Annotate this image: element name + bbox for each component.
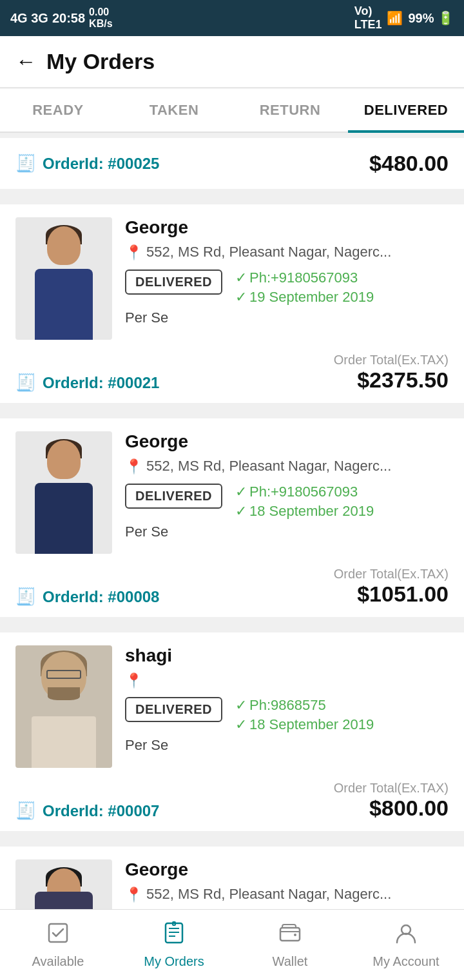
address-row-1: 📍 552, MS Rd, Pleasant Nagar, Nagerc... [125,243,449,262]
order-id-2: OrderId: #00008 [43,588,159,606]
face-beard-3 [48,687,80,700]
wallet-icon [278,921,302,950]
order-total-amount-1: $2375.50 [334,368,449,393]
order-card-2: George 📍 552, MS Rd, Pleasant Nagar, Nag… [0,418,464,617]
summary-order-id: OrderId: #00025 [43,155,159,173]
tab-ready[interactable]: READY [0,89,116,132]
order-summary-card: 🧾 OrderId: #00025 $480.00 [0,138,464,189]
data-speed: 0.00KB/s [89,6,112,30]
check-date-icon-3: ✓ [235,716,247,733]
order-id-1: OrderId: #00021 [43,374,159,392]
phone-value-3: Ph:9868575 [249,697,326,714]
order-image-2 [15,431,112,554]
phone-date-col-3: ✓ Ph:9868575 ✓ 18 September 2019 [235,697,374,733]
date-value-3: 18 September 2019 [249,716,374,733]
check-icon-1: ✓ [235,270,247,286]
order-total-label-1: Order Total(Ex.TAX) [334,353,449,368]
person-shirt-1 [35,269,93,340]
nav-my-account[interactable]: My Account [348,910,464,980]
phone-text-2: ✓ Ph:+9180567093 [235,484,374,500]
my-orders-icon [162,921,186,950]
svg-point-7 [294,934,296,936]
phone-text-1: ✓ Ph:+9180567093 [235,270,374,286]
svg-rect-0 [49,924,67,942]
address-row-2: 📍 552, MS Rd, Pleasant Nagar, Nagerc... [125,457,449,476]
check-icon-3: ✓ [235,697,247,714]
battery-info: 99% 🔋 [408,10,454,26]
nav-my-orders-label: My Orders [144,954,204,969]
back-button[interactable]: ← [15,50,36,74]
person-figure-3 [15,645,112,768]
nav-my-orders[interactable]: My Orders [116,910,232,980]
nav-wallet-label: Wallet [273,954,308,969]
date-text-2: ✓ 18 September 2019 [235,503,374,520]
nav-available[interactable]: Available [0,910,116,980]
phone-value-2: Ph:+9180567093 [249,484,358,500]
volte-icon: Vo)LTE1 [354,5,382,32]
nav-wallet[interactable]: Wallet [232,910,348,980]
order-id-row-1: 🧾 OrderId: #00021 [15,373,159,393]
order-icon: 🧾 [15,153,36,173]
status-phone-row-1: DELIVERED ✓ Ph:+9180567093 ✓ 19 Septembe… [125,270,449,306]
per-se-1: Per Se [125,309,449,326]
order-total-amount-3: $800.00 [334,796,449,821]
order-card-3: shagi 📍 DELIVERED ✓ Ph:9868575 ✓ 18 [0,632,464,831]
address-row-4: 📍 552, MS Rd, Pleasant Nagar, Nagerc... [125,885,449,904]
pin-icon-2: 📍 [125,458,142,475]
order-total-amount-2: $1051.00 [334,582,449,607]
order-total-col-1: Order Total(Ex.TAX) $2375.50 [334,353,449,393]
order-info-2: George 📍 552, MS Rd, Pleasant Nagar, Nag… [125,431,449,554]
address-text-1: 552, MS Rd, Pleasant Nagar, Nagerc... [146,243,391,262]
person-head-1 [47,226,81,265]
check-icon-2: ✓ [235,484,247,500]
order-card-top-2: George 📍 552, MS Rd, Pleasant Nagar, Nag… [15,431,449,554]
person-shirt-2 [35,483,93,554]
customer-name-3: shagi [125,645,449,666]
phone-text-3: ✓ Ph:9868575 [235,697,374,714]
order-total-col-3: Order Total(Ex.TAX) $800.00 [334,781,449,821]
order-id-row-3: 🧾 OrderId: #00007 [15,801,159,821]
order-bill-icon-3: 🧾 [15,801,36,821]
page-title: My Orders [46,49,155,74]
order-card-bottom-3: 🧾 OrderId: #00007 Order Total(Ex.TAX) $8… [15,776,449,821]
order-total-label-3: Order Total(Ex.TAX) [334,781,449,796]
address-text-2: 552, MS Rd, Pleasant Nagar, Nagerc... [146,457,391,476]
wifi-icon: 📶 [387,10,403,26]
my-account-icon [394,921,418,950]
order-card-top-3: shagi 📍 DELIVERED ✓ Ph:9868575 ✓ 18 [15,645,449,768]
status-left: 4G 3G 20:58 0.00KB/s [10,6,113,30]
per-se-2: Per Se [125,524,449,540]
pin-icon-1: 📍 [125,244,142,261]
person-figure-1 [15,217,112,340]
status-phone-row-3: DELIVERED ✓ Ph:9868575 ✓ 18 September 20… [125,697,449,733]
phone-value-1: Ph:+9180567093 [249,270,358,286]
delivered-badge-3: DELIVERED [125,697,222,722]
customer-name-2: George [125,431,449,452]
order-bill-icon-2: 🧾 [15,587,36,607]
tab-return[interactable]: RETURN [232,89,348,132]
customer-name-4: George [125,859,449,880]
delivered-badge-1: DELIVERED [125,270,222,295]
person-figure-2 [15,431,112,554]
order-card-bottom-1: 🧾 OrderId: #00021 Order Total(Ex.TAX) $2… [15,348,449,393]
available-icon [46,921,70,950]
tab-taken[interactable]: TAKEN [116,89,232,132]
content-area: 🧾 OrderId: #00025 $480.00 George 📍 552, … [0,138,464,980]
order-info-3: shagi 📍 DELIVERED ✓ Ph:9868575 ✓ 18 [125,645,449,768]
order-total-label-2: Order Total(Ex.TAX) [334,567,449,582]
tab-delivered[interactable]: DELIVERED [348,89,464,132]
time: 20:58 [52,11,85,26]
order-card-1: George 📍 552, MS Rd, Pleasant Nagar, Nag… [0,204,464,403]
order-id-3: OrderId: #00007 [43,802,159,820]
delivered-badge-2: DELIVERED [125,484,222,509]
per-se-3: Per Se [125,737,449,754]
pin-icon-4: 📍 [125,887,142,903]
order-image-1 [15,217,112,340]
check-date-icon-1: ✓ [235,289,247,306]
order-card-bottom-2: 🧾 OrderId: #00008 Order Total(Ex.TAX) $1… [15,562,449,607]
tabs-container: READY TAKEN RETURN DELIVERED [0,89,464,133]
date-value-2: 18 September 2019 [249,503,374,520]
summary-amount: $480.00 [369,151,449,176]
address-text-4: 552, MS Rd, Pleasant Nagar, Nagerc... [146,885,391,904]
pin-icon-3: 📍 [125,672,142,689]
